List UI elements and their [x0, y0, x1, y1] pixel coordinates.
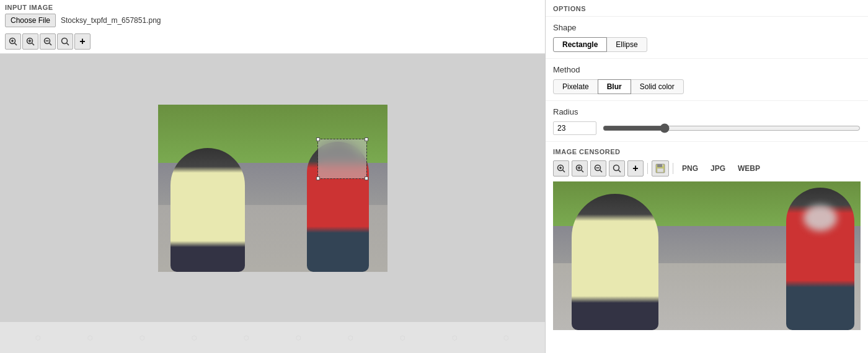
method-solid-color-button[interactable]: Solid color [631, 79, 684, 94]
censored-section: IMAGE CENSORED [546, 142, 868, 353]
right-panel: OPTIONS Shape Rectangle Ellipse Method P… [546, 0, 868, 353]
radius-label: Radius [553, 107, 861, 116]
input-canvas[interactable] [0, 54, 545, 322]
svg-rect-29 [662, 165, 663, 167]
method-pixelate-button[interactable]: Pixelate [553, 79, 598, 94]
preview-photo [553, 181, 861, 330]
shape-ellipse-button[interactable]: Ellipse [606, 37, 647, 52]
zoom-fit-button[interactable] [5, 33, 21, 50]
selection-region[interactable] [317, 139, 367, 179]
save-button[interactable] [652, 160, 669, 176]
method-button-group: Pixelate Blur Solid color [553, 79, 861, 94]
left-panel: INPUT IMAGE Choose File Stocksy_txpfd_m_… [0, 0, 546, 353]
censored-preview-canvas [553, 181, 861, 330]
svg-rect-27 [657, 164, 662, 167]
radius-slider[interactable] [603, 123, 861, 133]
handle-bottom-left[interactable] [316, 176, 320, 180]
handle-top-left[interactable] [316, 137, 320, 141]
svg-line-9 [50, 43, 52, 46]
watermark-strip: ⬡⬡⬡⬡⬡ ⬡⬡⬡⬡⬡ [0, 322, 545, 353]
zoom-in-button[interactable] [22, 33, 38, 50]
shape-rectangle-button[interactable]: Rectangle [553, 37, 607, 52]
censored-add-region-button[interactable]: + [627, 160, 644, 176]
export-jpg-button[interactable]: JPG [706, 162, 730, 175]
method-section: Method Pixelate Blur Solid color [546, 59, 868, 101]
svg-line-18 [582, 170, 584, 173]
svg-line-5 [32, 43, 35, 46]
radius-section: Radius [546, 101, 868, 142]
censored-zoom-reset-button[interactable] [609, 160, 625, 176]
svg-rect-28 [657, 168, 663, 172]
preview-background [553, 181, 861, 330]
radius-input[interactable] [553, 121, 596, 135]
image-composite [158, 105, 388, 272]
censored-zoom-out-button[interactable] [590, 160, 606, 176]
zoom-toolbar: + [0, 31, 545, 54]
woman-yellow-figure [170, 148, 245, 272]
censored-zoom-fit-button[interactable] [553, 160, 569, 176]
censored-title: IMAGE CENSORED [553, 148, 861, 155]
preview-woman-yellow [572, 194, 658, 330]
options-header: OPTIONS [546, 0, 868, 17]
export-webp-button[interactable]: WEBP [733, 162, 765, 175]
zoom-reset-button[interactable] [57, 33, 73, 50]
svg-line-22 [600, 170, 603, 173]
shape-section: Shape Rectangle Ellipse [546, 17, 868, 59]
preview-blurred-face [804, 205, 837, 231]
censored-zoom-in-button[interactable] [572, 160, 588, 176]
method-blur-button[interactable]: Blur [598, 79, 631, 94]
method-label: Method [553, 65, 861, 74]
radius-row [553, 121, 861, 135]
zoom-out-button[interactable] [40, 33, 56, 50]
shape-button-group: Rectangle Ellipse [553, 37, 861, 52]
input-section-label: INPUT IMAGE [5, 4, 540, 11]
blur-preview-overlay [318, 139, 366, 178]
file-row: Choose File Stocksy_txpfd_m_657851.png [5, 14, 540, 31]
input-header: INPUT IMAGE Choose File Stocksy_txpfd_m_… [0, 0, 545, 31]
svg-point-24 [614, 165, 619, 171]
censored-toolbar: + PNG JPG WEBP [553, 160, 861, 176]
svg-line-1 [15, 43, 17, 46]
svg-line-14 [563, 170, 565, 173]
svg-point-11 [62, 38, 68, 44]
toolbar-separator [647, 163, 648, 174]
handle-top-right[interactable] [365, 137, 368, 141]
choose-file-button[interactable]: Choose File [5, 14, 56, 27]
preview-woman-red [786, 188, 854, 330]
shape-label: Shape [553, 23, 861, 32]
handle-bottom-right[interactable] [365, 176, 368, 180]
add-region-button[interactable]: + [74, 33, 91, 50]
photo-background [158, 105, 388, 272]
svg-line-25 [619, 170, 621, 173]
svg-line-12 [67, 43, 69, 46]
toolbar-separator-2 [673, 163, 673, 174]
file-name-display: Stocksy_txpfd_m_657851.png [61, 16, 161, 25]
export-png-button[interactable]: PNG [677, 162, 703, 175]
options-title: OPTIONS [553, 5, 861, 12]
main-photo [158, 105, 388, 272]
